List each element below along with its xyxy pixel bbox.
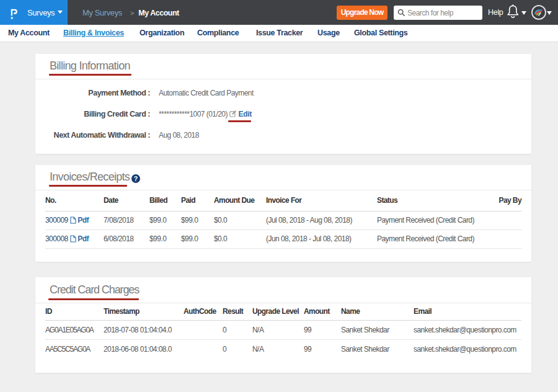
- svg-text:?: ?: [134, 175, 138, 182]
